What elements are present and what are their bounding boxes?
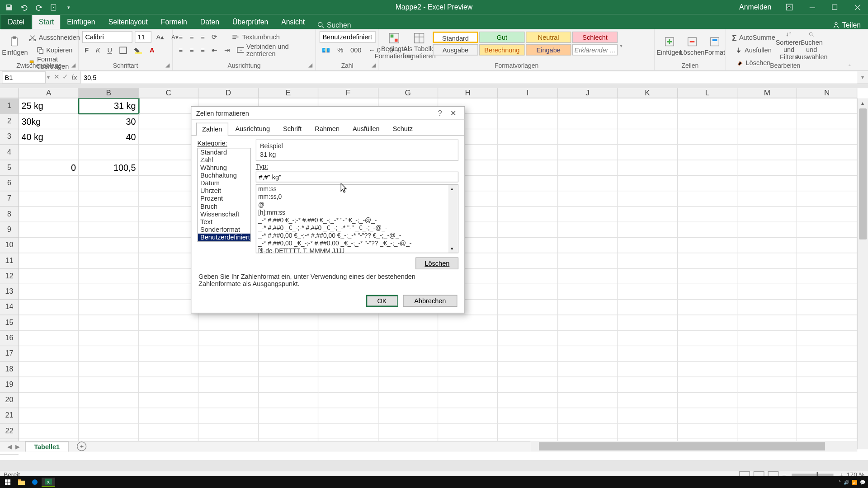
cell-A22[interactable] xyxy=(19,424,79,439)
copy-button[interactable]: Kopieren xyxy=(26,44,82,56)
cell-K12[interactable] xyxy=(618,269,677,284)
insert-cells-button[interactable]: Einfügen xyxy=(658,30,681,61)
edge-icon[interactable] xyxy=(28,478,42,487)
cell-N15[interactable] xyxy=(797,315,857,331)
ribbon-search[interactable]: Suchen xyxy=(311,21,357,29)
touch-icon[interactable] xyxy=(47,1,60,13)
delete-button[interactable]: Löschen xyxy=(416,258,458,269)
type-option-2[interactable]: @ xyxy=(258,201,456,208)
signin-link[interactable]: Anmelden xyxy=(733,3,778,11)
cell-N6[interactable] xyxy=(797,176,857,191)
clipboard-launcher-icon[interactable]: ◢ xyxy=(70,62,77,69)
cell-I6[interactable] xyxy=(498,176,558,191)
col-header-B[interactable]: B xyxy=(79,88,139,98)
col-header-G[interactable]: G xyxy=(378,88,438,98)
row-header-3[interactable]: 3 xyxy=(0,129,19,145)
cell-A10[interactable] xyxy=(19,238,79,253)
cell-C12[interactable] xyxy=(139,269,198,284)
cell-M6[interactable] xyxy=(737,176,797,191)
cell-B4[interactable] xyxy=(79,145,139,160)
col-header-C[interactable]: C xyxy=(139,88,198,98)
cell-F17[interactable] xyxy=(318,346,378,361)
cell-M19[interactable] xyxy=(737,377,797,393)
cell-H19[interactable] xyxy=(438,377,498,393)
dialog-tab-4[interactable]: Ausfüllen xyxy=(347,122,386,135)
cell-B6[interactable] xyxy=(79,176,139,191)
cell-M16[interactable] xyxy=(737,331,797,346)
cell-F21[interactable] xyxy=(318,408,378,423)
cell-B16[interactable] xyxy=(79,331,139,346)
align-bottom-icon[interactable]: ≡ xyxy=(198,31,207,43)
dialog-tab-2[interactable]: Schrift xyxy=(277,122,308,135)
cell-E21[interactable] xyxy=(259,408,318,423)
cell-A11[interactable] xyxy=(19,253,79,268)
italic-button[interactable]: K xyxy=(94,44,103,56)
cell-E19[interactable] xyxy=(259,377,318,393)
cell-N10[interactable] xyxy=(797,238,857,253)
cell-K2[interactable] xyxy=(618,114,677,129)
cell-K16[interactable] xyxy=(618,331,677,346)
cell-J13[interactable] xyxy=(558,284,618,300)
maximize-icon[interactable] xyxy=(824,0,845,14)
cell-A20[interactable] xyxy=(19,393,79,408)
wrap-text-button[interactable]: Textumbruch xyxy=(229,31,282,43)
cell-N2[interactable] xyxy=(797,114,857,129)
cell-I11[interactable] xyxy=(498,253,558,268)
cell-L17[interactable] xyxy=(678,346,737,361)
cell-J22[interactable] xyxy=(558,424,618,439)
border-icon[interactable] xyxy=(117,44,130,56)
dialog-close-icon[interactable]: ✕ xyxy=(447,109,460,117)
cell-B14[interactable] xyxy=(79,300,139,315)
cell-L19[interactable] xyxy=(678,377,737,393)
category-6[interactable]: Prozent xyxy=(198,195,250,202)
cell-J5[interactable] xyxy=(558,160,618,176)
cell-E22[interactable] xyxy=(259,424,318,439)
tray-notifications-icon[interactable]: 💬 xyxy=(860,480,865,485)
row-header-14[interactable]: 14 xyxy=(0,300,19,315)
cell-K7[interactable] xyxy=(618,191,677,206)
cell-J1[interactable] xyxy=(558,99,618,114)
cell-B17[interactable] xyxy=(79,346,139,361)
cell-I4[interactable] xyxy=(498,145,558,160)
cell-D18[interactable] xyxy=(198,361,258,377)
cell-B11[interactable] xyxy=(79,253,139,268)
cell-N16[interactable] xyxy=(797,331,857,346)
cell-J20[interactable] xyxy=(558,393,618,408)
cell-K5[interactable] xyxy=(618,160,677,176)
cell-B1[interactable]: 31 kg xyxy=(79,99,139,114)
row-header-13[interactable]: 13 xyxy=(0,284,19,300)
underline-button[interactable]: U xyxy=(105,44,114,56)
type-input[interactable] xyxy=(256,172,458,183)
type-list[interactable]: mm:ssmm:ss,0@[h]:mm:ss_-* #.##0 €_-;-* #… xyxy=(256,184,458,253)
font-launcher-icon[interactable]: ◢ xyxy=(164,62,171,69)
cell-J14[interactable] xyxy=(558,300,618,315)
cell-B13[interactable] xyxy=(79,284,139,300)
cell-B9[interactable] xyxy=(79,222,139,238)
cancel-edit-icon[interactable]: ✕ xyxy=(54,73,59,81)
cell-G16[interactable] xyxy=(378,331,438,346)
cell-L10[interactable] xyxy=(678,238,737,253)
cell-K10[interactable] xyxy=(618,238,677,253)
cell-C15[interactable] xyxy=(139,315,198,331)
cell-C18[interactable] xyxy=(139,361,198,377)
cell-M18[interactable] xyxy=(737,361,797,377)
cell-C13[interactable] xyxy=(139,284,198,300)
cell-J18[interactable] xyxy=(558,361,618,377)
cell-A1[interactable]: 25 kg xyxy=(19,99,79,114)
cell-A5[interactable]: 0 xyxy=(19,160,79,176)
category-5[interactable]: Uhrzeit xyxy=(198,187,250,195)
cell-E20[interactable] xyxy=(259,393,318,408)
cell-C17[interactable] xyxy=(139,346,198,361)
category-9[interactable]: Text xyxy=(198,218,250,226)
cell-L9[interactable] xyxy=(678,222,737,238)
cell-M1[interactable] xyxy=(737,99,797,114)
cell-A18[interactable] xyxy=(19,361,79,377)
cell-L22[interactable] xyxy=(678,424,737,439)
percent-icon[interactable]: % xyxy=(335,44,345,56)
cell-N13[interactable] xyxy=(797,284,857,300)
type-option-5[interactable]: _-* #.##0 _€_-;-* #.##0 _€_-;_-* "-" _€_… xyxy=(258,224,456,232)
cell-I10[interactable] xyxy=(498,238,558,253)
align-right-icon[interactable]: ≡ xyxy=(198,44,207,56)
cell-M17[interactable] xyxy=(737,346,797,361)
cell-M20[interactable] xyxy=(737,393,797,408)
